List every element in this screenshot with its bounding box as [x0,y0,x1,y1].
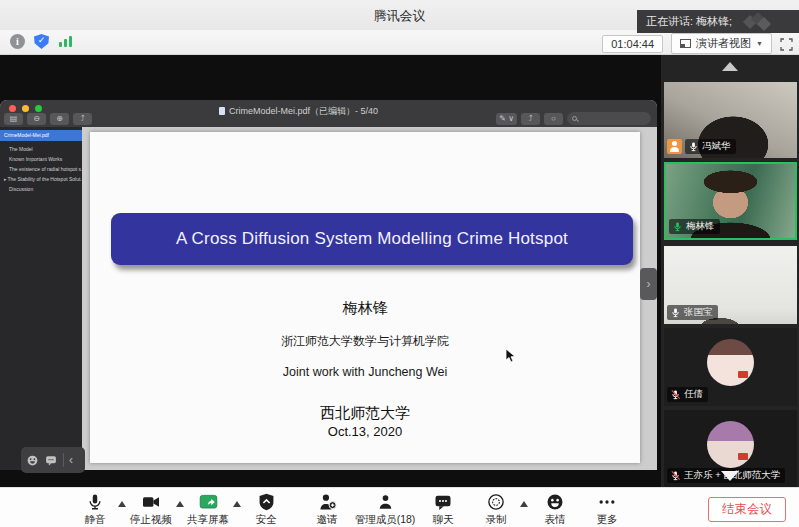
flag-badge [738,371,748,378]
close-icon [9,105,16,112]
document-icon [219,107,225,115]
share-screen-icon [176,492,240,512]
record-circle-icon [464,492,528,512]
view-mode-label: 演讲者视图 [696,36,751,51]
avatar [707,421,754,468]
layout-icon [680,39,691,48]
more-button[interactable]: 更多 [575,492,639,527]
mic-on-icon [688,141,699,152]
meeting-logo-icon [743,14,773,30]
reaction-pill: ‹ [21,447,85,473]
slide-affiliation: 浙江师范大学数学与计算机学院 [90,333,640,350]
zoom-icon [35,105,42,112]
slide-title: A Cross Diffusion System Modelling Crime… [176,229,568,249]
pdf-content-area: A Cross Diffusion System Modelling Crime… [82,127,657,470]
participant-name: 任倩 [684,388,703,401]
markup-button[interactable]: ✎ ∨ [496,113,517,125]
pill-divider [63,453,64,467]
scroll-up-arrow[interactable] [722,62,738,71]
export-button[interactable]: ⤴ [521,113,540,125]
minimize-icon [22,105,29,112]
meeting-security-icon[interactable] [34,34,49,49]
video-tile-fengbinhua[interactable]: 冯斌华 [664,82,797,158]
participant-name: 梅林锋 [686,220,715,233]
fullscreen-toggle-icon[interactable] [780,36,793,51]
network-quality-icon[interactable] [58,35,74,48]
slide-date: Oct.13, 2020 [90,424,640,439]
pdf-titlebar: ▤ ⊖ ⊕ ⤴ CrimeModel-Mei.pdf（已编辑）- 5/40 ✎ … [0,100,657,127]
pdf-viewer-window: ▤ ⊖ ⊕ ⤴ CrimeModel-Mei.pdf（已编辑）- 5/40 ✎ … [0,100,657,470]
mic-muted-icon [670,389,681,400]
next-page-button[interactable]: › [640,268,657,300]
disclosure-triangle-icon[interactable]: ▸ [4,176,7,182]
traffic-light-buttons[interactable] [9,105,42,112]
video-tile-meilinfeng-active-speaker[interactable]: 梅林锋 [664,162,797,240]
zoom-out-button[interactable]: ⊖ [27,113,46,125]
emoji-reaction-icon[interactable] [26,454,39,467]
rotate-button[interactable]: ○ [544,113,563,125]
meeting-control-bar: 静音 停止视频 共享屏幕 安全 邀请 [0,487,799,527]
invite-button[interactable]: 邀请 [295,492,359,527]
security-shield-icon [234,492,298,512]
end-meeting-button[interactable]: 结束会议 [708,497,786,522]
mute-button[interactable]: 静音 [63,492,127,527]
collapse-pill-icon[interactable]: ‹ [69,447,73,473]
video-tile-renqian[interactable]: 任倩 [664,328,797,406]
video-tile-zhangguobao[interactable]: 张国宝 [664,246,797,324]
share-screen-button[interactable]: 共享屏幕 [176,492,240,527]
participant-name: 张国宝 [684,306,713,319]
meeting-info-icon[interactable]: i [10,34,25,49]
toc-item-discussion[interactable]: Discussion [0,184,82,195]
slide-author: 梅林锋 [90,299,640,318]
member-person-icon [353,492,417,512]
search-icon [572,116,577,121]
more-dots-icon [575,492,639,512]
now-speaking-banner: 正在讲话: 梅林锋; [637,10,799,33]
invite-person-icon [295,492,359,512]
now-speaking-text: 正在讲话: 梅林锋; [637,14,732,29]
stop-video-button[interactable]: 停止视频 [119,492,183,527]
view-mode-selector[interactable]: 演讲者视图 ▼ [671,33,772,54]
pdf-search-input[interactable] [580,114,640,124]
participant-name: 冯斌华 [702,140,731,153]
scroll-down-arrow[interactable] [721,471,739,481]
mic-speaking-icon [672,221,683,232]
record-button[interactable]: 录制 [464,492,528,527]
host-badge-icon [667,139,682,154]
manage-members-button[interactable]: 管理成员(18) [353,492,417,527]
zoom-in-button[interactable]: ⊕ [50,113,69,125]
security-button[interactable]: 安全 [234,492,298,527]
slide-joint-work: Joint work with Juncheng Wei [90,365,640,379]
chevron-down-icon: ▼ [756,40,763,47]
mouse-cursor [505,348,516,363]
meeting-duration: 01:04:44 [602,35,663,53]
mic-on-icon [670,307,681,318]
share-document-button[interactable]: ⤴ [73,113,92,125]
shared-screen-area: ▤ ⊖ ⊕ ⤴ CrimeModel-Mei.pdf（已编辑）- 5/40 ✎ … [0,55,661,487]
slide-venue: 西北师范大学 [90,404,640,423]
caption-chat-icon[interactable] [44,454,58,467]
meeting-statusbar: i 01:04:44 演讲者视图 ▼ [0,30,799,55]
pdf-search-field[interactable] [567,112,651,125]
flag-badge [738,453,748,460]
slide-title-banner: A Cross Diffusion System Modelling Crime… [111,213,633,265]
camera-icon [119,492,183,512]
toc-item-document[interactable]: CrimeModel-Mei.pdf [0,130,82,141]
pdf-toc-sidebar: CrimeModel-Mei.pdf The Model Known Impor… [0,127,82,470]
pdf-document-title: CrimeModel-Mei.pdf（已编辑）- 5/40 [120,105,477,118]
mic-muted-icon [670,470,681,481]
sidebar-toggle-button[interactable]: ▤ [4,113,23,125]
tencent-meeting-window: 腾讯会议 正在讲话: 梅林锋; i 01:04:44 演讲者视图 ▼ [0,0,799,527]
participant-rail: 冯斌华 梅林锋 张国宝 [661,55,799,487]
avatar [707,339,754,386]
presentation-slide: A Cross Diffusion System Modelling Crime… [90,132,640,463]
